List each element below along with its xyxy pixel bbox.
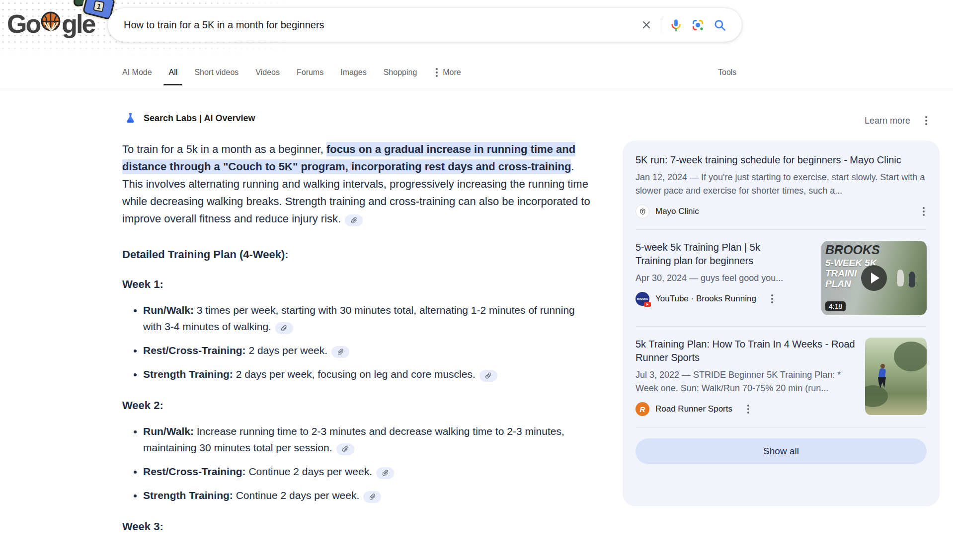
tab-images[interactable]: Images	[340, 60, 366, 85]
mayo-clinic-favicon	[635, 205, 649, 218]
ai-overview-body: To train for a 5k in a month as a beginn…	[122, 140, 592, 533]
road-runner-sports-favicon: R	[635, 402, 649, 416]
clear-search-button[interactable]	[638, 16, 655, 33]
tab-forums[interactable]: Forums	[297, 60, 323, 85]
card-snippet: Apr 30, 2024 — guys feel good you...	[635, 272, 812, 285]
jersey-number: 1	[93, 0, 105, 12]
ai-overview-actions: Learn more	[865, 114, 929, 127]
google-search-results-page: 1 Go gle How to train for a 5K in a mont…	[0, 0, 953, 560]
play-button-icon[interactable]	[861, 265, 887, 291]
thumbnail-runner	[897, 270, 904, 286]
search-labs-flask-icon	[124, 112, 137, 125]
thumbnail-brand-text: BROOKS	[825, 243, 880, 257]
week-2-list: Run/Walk: Increase running time to 2-3 m…	[122, 423, 592, 503]
sources-panel: 5K run: 7-week training schedule for beg…	[623, 140, 940, 506]
source-card-youtube[interactable]: 5-week 5k Training Plan | 5k Training pl…	[635, 241, 927, 315]
source-card-road-runner[interactable]: 5k Training Plan: How To Train In 4 Week…	[635, 338, 927, 416]
link-icon	[349, 215, 359, 225]
ai-overview-header: Search Labs | AI Overview	[124, 112, 255, 125]
source-link-chip[interactable]	[336, 443, 354, 455]
header-divider	[0, 88, 953, 88]
thumbnail-runner	[909, 272, 915, 287]
tab-short-videos[interactable]: Short videos	[194, 60, 238, 85]
tab-videos[interactable]: Videos	[255, 60, 280, 85]
panel-divider	[635, 326, 927, 327]
source-name: YouTube · Brooks Running	[655, 294, 756, 304]
favicon-text: R	[640, 405, 645, 414]
microphone-icon	[669, 18, 683, 32]
list-item: Strength Training: Continue 2 days per w…	[143, 487, 592, 503]
ai-intro-paragraph: To train for a 5k in a month as a beginn…	[122, 140, 592, 227]
youtube-play-badge-icon	[644, 302, 651, 307]
ai-overview-title: Search Labs | AI Overview	[144, 113, 255, 124]
plan-heading: Detailed Training Plan (4-Week):	[122, 248, 592, 261]
source-name: Mayo Clinic	[655, 207, 699, 216]
tab-all[interactable]: All	[169, 60, 178, 85]
article-thumbnail[interactable]	[865, 338, 927, 415]
search-submit-button[interactable]	[711, 16, 728, 33]
source-link-chip[interactable]	[376, 467, 394, 479]
source-link-chip[interactable]	[331, 346, 349, 358]
tab-more[interactable]: More	[434, 66, 461, 79]
logo-letter-o: o	[25, 9, 40, 39]
tab-ai-mode[interactable]: AI Mode	[122, 60, 152, 85]
youtube-brooks-favicon: BROOKS	[635, 292, 649, 306]
search-bar[interactable]: How to train for a 5K in a month for beg…	[108, 8, 742, 42]
card-title[interactable]: 5K run: 7-week training schedule for beg…	[635, 153, 914, 167]
logo-letters-gle: gle	[62, 9, 94, 39]
tab-shopping[interactable]: Shopping	[384, 60, 417, 85]
thumbnail-runner	[880, 364, 885, 368]
search-result-tabs: AI Mode All Short videos Videos Forums I…	[122, 60, 461, 85]
card-snippet: Jul 3, 2022 — STRIDE Beginner 5K Trainin…	[635, 368, 856, 395]
panel-divider	[635, 427, 927, 427]
logo-letter-g: G	[7, 9, 25, 39]
source-name: Road Runner Sports	[655, 404, 732, 414]
source-link-chip[interactable]	[345, 214, 363, 226]
more-icon	[434, 66, 440, 79]
link-icon	[340, 444, 350, 454]
close-icon	[640, 19, 652, 31]
link-icon	[380, 468, 390, 478]
search-input[interactable]: How to train for a 5K in a month for beg…	[124, 19, 638, 31]
google-lens-icon	[691, 18, 705, 32]
thumbnail-bush	[865, 385, 888, 407]
week-1-heading: Week 1:	[122, 278, 592, 291]
source-link-chip[interactable]	[363, 491, 381, 503]
video-duration-badge: 4:18	[825, 301, 846, 311]
week-3-heading: Week 3:	[122, 520, 592, 533]
list-item: Rest/Cross-Training: 2 days per week.	[143, 342, 592, 358]
lens-search-button[interactable]	[689, 16, 706, 33]
doodle-fade-bottom	[0, 42, 298, 58]
card-menu-icon[interactable]	[921, 205, 927, 218]
week-1-list: Run/Walk: 3 times per week, starting wit…	[122, 302, 592, 382]
card-menu-icon[interactable]	[745, 403, 751, 416]
tools-button[interactable]: Tools	[718, 60, 736, 85]
link-icon	[335, 347, 346, 357]
learn-more-link[interactable]: Learn more	[865, 116, 910, 126]
more-label: More	[443, 68, 461, 77]
card-source-row: R Road Runner Sports	[635, 402, 856, 416]
search-bar-divider	[661, 17, 661, 32]
video-thumbnail[interactable]: BROOKS 5-WEEK 5K TRAINI PLAN 4:18	[821, 241, 927, 315]
list-item: Run/Walk: Increase running time to 2-3 m…	[143, 423, 592, 456]
show-all-button[interactable]: Show all	[635, 438, 927, 464]
overflow-menu-icon[interactable]	[923, 114, 929, 127]
source-card-mayo[interactable]: 5K run: 7-week training schedule for beg…	[635, 153, 927, 218]
voice-search-button[interactable]	[667, 16, 684, 33]
shield-icon	[639, 208, 646, 215]
favicon-text: BROOKS	[637, 297, 648, 300]
link-icon	[279, 323, 289, 333]
thumbnail-bush	[894, 342, 927, 371]
source-link-chip[interactable]	[275, 322, 293, 334]
card-title[interactable]: 5k Training Plan: How To Train In 4 Week…	[635, 338, 856, 364]
card-source-row: Mayo Clinic	[635, 205, 927, 218]
card-menu-icon[interactable]	[769, 292, 775, 305]
search-icon	[713, 18, 726, 32]
intro-pre: To train for a 5k in a month as a beginn…	[122, 143, 326, 155]
link-icon	[367, 491, 378, 502]
list-item: Run/Walk: 3 times per week, starting wit…	[143, 302, 592, 335]
list-item: Rest/Cross-Training: Continue 2 days per…	[143, 463, 592, 480]
source-link-chip[interactable]	[479, 370, 497, 382]
thumbnail-runner	[878, 368, 886, 379]
card-title[interactable]: 5-week 5k Training Plan | 5k Training pl…	[635, 241, 785, 268]
